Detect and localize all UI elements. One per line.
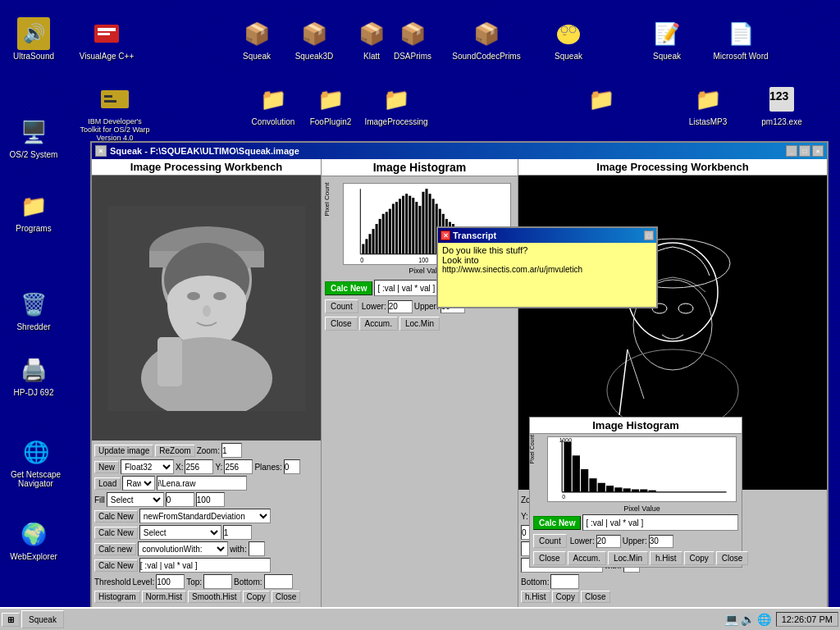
transcript-title: Transcript [453,231,496,240]
taskbar-icon-1[interactable]: 💻 [724,613,738,626]
loc-min-btn[interactable]: Loc.Min [399,317,440,331]
fill-to-input[interactable] [196,492,225,507]
update-image-btn[interactable]: Update image [94,445,153,457]
calc-new-2-input[interactable] [223,525,252,540]
fill-from-input[interactable] [166,492,194,507]
desktop-icon-webexplorer[interactable]: 🌍 WebExplorer [5,518,62,561]
desktop-icon-squeak[interactable]: 📦 Squeak [228,17,285,61]
bottom-calc-new-btn[interactable]: Calc New [533,516,581,530]
desktop-icon-gsview[interactable]: 📄 Microsoft Word [712,17,769,61]
planes-input[interactable] [284,459,300,474]
right-nhist-btn[interactable]: h.Hist [521,591,550,603]
bottom-count-btn[interactable]: Count [533,534,567,548]
file-input[interactable] [157,476,247,491]
desktop-icon-visualage[interactable]: VisualAge C++ [78,17,135,61]
desktop-icon-imageprocessing[interactable]: 📁 ImageProcessing [368,83,425,126]
desktop-icon-hpdj[interactable]: 🖨️ HP-DJ 692 [5,354,62,397]
bottom-locmin-btn[interactable]: Loc.Min [608,551,648,565]
formula-4-input[interactable] [139,558,271,573]
desktop-icon-squeak2[interactable]: ~ Squeak [540,17,597,61]
calc-new-3-btn[interactable]: Calc new [94,543,136,555]
zoom-label: Zoom: [197,446,220,455]
bottom-close2-btn[interactable]: Close [716,551,749,565]
rezoom-btn[interactable]: ReZoom [155,445,194,457]
load-btn[interactable]: Load [94,477,121,490]
bottom-nhist-btn[interactable]: h.Hist [650,551,682,565]
fill-select[interactable]: Select [107,492,164,507]
desktop-icon-squeak3d[interactable]: 📦 Squeak3D [285,17,343,61]
desktop-icon-programs[interactable]: 📁 Programs [5,189,62,233]
type-select[interactable]: Float32 [121,459,174,474]
calc-new-2-btn[interactable]: Calc New [94,527,138,539]
window-close2-btn[interactable]: × [812,145,824,157]
norm-hist-btn[interactable]: Norm.Hist [142,591,186,603]
bottom-formula-input[interactable] [582,514,738,531]
desktop-icon-msword[interactable]: 📝 Squeak [638,17,696,61]
bottom-input[interactable] [264,574,293,589]
desktop-icon-ibm[interactable]: IBM Developer's Toolkit for OS/2 Warp Ve… [78,83,152,142]
svg-rect-29 [368,234,371,254]
start-button[interactable]: ⊞ [2,613,20,627]
taskbar-icon-3[interactable]: 🌐 [757,613,771,626]
accum-btn[interactable]: Accum. [359,317,398,331]
desktop-icon-os2system[interactable]: 🖥️ OS/2 System [5,116,62,159]
svg-rect-37 [395,202,398,254]
x-input[interactable] [185,459,213,474]
desktop-icon-convolution[interactable]: 📁 Convolution [244,83,302,126]
level-input[interactable] [156,574,185,589]
bottom-accum-btn[interactable]: Accum. [568,551,606,565]
taskbar-item-squeak[interactable]: Squeak [21,610,64,628]
taskbar-icon-2[interactable]: 🔊 [741,613,755,626]
copy-btn[interactable]: Copy [243,591,270,603]
calc-new-1-btn[interactable]: Calc New [94,510,138,523]
bottom-lower-input[interactable] [596,535,621,548]
desktop-icon-pm123[interactable]: 123 pm123.exe [753,83,810,126]
desktop-icon-netscape[interactable]: 🌐 Get Netscape Navigator [5,436,66,488]
transcript-expand-btn[interactable]: □ [644,231,654,240]
new-btn[interactable]: New [94,461,119,473]
transcript-close-btn[interactable]: ✕ [441,231,450,240]
lower-input[interactable] [388,300,413,313]
calc-new-2-select[interactable]: Select [139,525,221,540]
calc-new-4-btn[interactable]: Calc New [94,559,138,572]
bottom-upper-input[interactable] [649,535,673,548]
close-center-btn[interactable]: Close [325,317,358,331]
desktop-icon-soundcodecprims[interactable]: 📦 SoundCodecPrims [450,17,523,61]
desktop-icon-ultrasound[interactable]: 🔊 UltraSound [5,17,62,61]
zoom-input[interactable] [221,443,242,458]
svg-rect-80 [598,483,605,492]
window-close-btn[interactable]: × [95,145,107,157]
right-close-btn[interactable]: Close [581,591,610,603]
bottom-close-btn[interactable]: Close [533,551,566,565]
with-input[interactable] [249,541,265,556]
y-input[interactable] [224,459,253,474]
histogram-btn[interactable]: Histogram [94,591,140,603]
desktop-icon-shredder[interactable]: 🗑️ Shredder [5,288,62,331]
svg-rect-86 [649,491,656,492]
svg-rect-45 [422,192,424,254]
desktop-icon-dsaprims[interactable]: 📦 DSAPrims [384,17,441,61]
right-copy-btn[interactable]: Copy [552,591,579,603]
svg-rect-31 [376,224,378,254]
smooth-hist-btn[interactable]: Smooth.Hist [188,591,240,603]
svg-point-20 [213,292,226,300]
close-left-btn[interactable]: Close [272,591,301,603]
window-minimize-btn[interactable]: _ [786,145,797,157]
svg-text:123: 123 [769,89,789,103]
top-input[interactable] [203,574,232,589]
svg-text:1000: 1000 [559,437,572,443]
desktop-icon-fooplugin[interactable]: 📁 FooPlugin2 [302,83,359,126]
window-maximize-btn[interactable]: □ [799,145,810,157]
svg-rect-82 [614,487,622,492]
bottom-copy-btn[interactable]: Copy [684,551,714,565]
calc-new-1-select[interactable]: newFromStandardDeviation [139,509,271,523]
format-select[interactable]: Raw [122,476,155,491]
center-calc-new-btn[interactable]: Calc New [325,281,372,295]
right-panel-title: Image Processing Workbench [518,159,827,176]
right-bottom-input[interactable] [550,574,579,589]
desktop-icon-folder1[interactable]: 📁 [573,83,630,117]
count-btn[interactable]: Count [325,299,358,313]
desktop-icon-listasmp3[interactable]: 📁 ListasMP3 [679,83,737,126]
calc-new-3-select[interactable]: convolutionWith: [138,541,228,556]
svg-text:~: ~ [563,31,567,39]
